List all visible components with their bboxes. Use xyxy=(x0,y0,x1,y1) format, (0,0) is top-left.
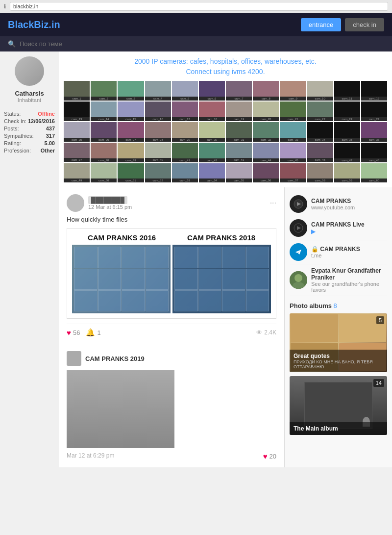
channel-sub-telegram: t.me xyxy=(311,253,387,258)
post-options-button-1[interactable]: ··· xyxy=(270,199,276,207)
album-thumb-1[interactable]: Great quotes ПРИХОДИ КО МНЕ НА БАНО, Я Т… xyxy=(290,313,387,372)
channel-avatar-youtube xyxy=(290,195,307,213)
stat-posts: Posts: 437 xyxy=(4,126,55,131)
channel-item-youtube[interactable]: CAM PRANKS www.youtube.com xyxy=(290,192,387,216)
camera-thumb-33: cam_34 xyxy=(307,122,333,142)
album-overlay-2: The Main album xyxy=(290,422,387,435)
camera-thumb-22: cam_23 xyxy=(334,102,360,121)
camera-thumb-19: cam_20 xyxy=(253,102,279,121)
camera-thumb-50: cam_51 xyxy=(118,163,144,183)
camera-thumb-5: cam_6 xyxy=(199,81,225,101)
comp-image-2018 xyxy=(172,245,271,313)
album-overlay-1: Great quotes ПРИХОДИ КО МНЕ НА БАНО, Я Т… xyxy=(290,350,387,372)
like-reaction[interactable]: ♥ 56 xyxy=(67,329,80,337)
channel-avatar-live xyxy=(290,219,307,237)
camera-thumb-12: cam_13 xyxy=(64,102,90,121)
comment-reaction[interactable]: 🔔 1 xyxy=(86,328,100,337)
search-icon: 🔍 xyxy=(8,40,16,48)
url-bar[interactable]: blackbiz.in xyxy=(10,2,388,11)
site-header: BlackBiz.in entrance check in xyxy=(0,13,392,36)
camera-thumb-16: cam_17 xyxy=(172,102,198,121)
camera-thumb-41: cam_42 xyxy=(199,143,225,162)
main-layout: Catharsis Inhabitant Status: Offline Che… xyxy=(0,51,392,467)
camera-thumb-10: cam_11 xyxy=(334,81,360,101)
camera-thumb-46: cam_47 xyxy=(334,143,360,162)
camera-thumb-36: cam_37 xyxy=(64,143,90,162)
stat-checkin: Check in: 12/06/2016 xyxy=(4,118,55,124)
entrance-button[interactable]: entrance xyxy=(301,18,342,31)
camera-thumb-30: cam_31 xyxy=(226,122,252,142)
camera-thumb-9: cam_10 xyxy=(307,81,333,101)
album-thumb-2[interactable]: The Main album 14 xyxy=(290,376,387,435)
channel-item-telegram[interactable]: 🔒 CAM PRANKS t.me xyxy=(290,240,387,264)
camera-thumb-7: cam_8 xyxy=(253,81,279,101)
post2-footer: Mar 12 at 6:29 pm ♥ 20 xyxy=(67,452,276,460)
site-logo[interactable]: BlackBiz.in xyxy=(8,19,60,30)
comparison-box: CAM PRANKS 2016 CAM PRANKS 2018 xyxy=(67,228,276,319)
album-title-2: The Main album xyxy=(294,425,383,432)
camera-thumb-54: cam_55 xyxy=(226,163,252,183)
channel-avatar-grandfather xyxy=(290,271,307,289)
comment-icon: 🔔 xyxy=(86,328,95,337)
content-area: 2000 IP cameras: cafes, hospitals, offic… xyxy=(59,51,392,467)
camera-thumb-6: cam_7 xyxy=(226,81,252,101)
search-input[interactable] xyxy=(20,40,384,48)
channel-info-telegram: 🔒 CAM PRANKS t.me xyxy=(311,246,387,258)
camera-thumb-11: cam_12 xyxy=(361,81,387,101)
channel-item-grandfather[interactable]: Evpata Knur Grandfather Praniker See our… xyxy=(290,264,387,296)
post-avatar-1 xyxy=(67,194,84,212)
channel-name-grandfather: Evpata Knur Grandfather Praniker xyxy=(311,267,387,281)
camera-thumb-4: cam_5 xyxy=(172,81,198,101)
sidebar-stats: Status: Offline Check in: 12/06/2016 Pos… xyxy=(4,111,55,153)
camera-thumb-25: cam_26 xyxy=(91,122,117,142)
post-username-2: CAM PRANKS 2019 xyxy=(85,355,145,362)
browser-bar: ℹ blackbiz.in xyxy=(0,0,392,13)
album-title-1: Great quotes xyxy=(294,353,383,359)
heart-icon: ♥ xyxy=(67,329,71,337)
channel-sub-youtube: www.youtube.com xyxy=(311,204,387,210)
camera-thumb-3: cam_4 xyxy=(145,81,171,101)
right-sidebar: CAM PRANKS www.youtube.com CAM PRANKS Li… xyxy=(284,187,392,467)
camera-thumb-44: cam_45 xyxy=(280,143,306,162)
camera-thumb-49: cam_50 xyxy=(91,163,117,183)
camera-thumb-58: cam_59 xyxy=(334,163,360,183)
camera-thumb-24: cam_25 xyxy=(64,122,90,142)
camera-thumb-45: cam_46 xyxy=(307,143,333,162)
camera-thumb-21: cam_22 xyxy=(307,102,333,121)
checkin-button[interactable]: check in xyxy=(345,18,384,31)
avatar xyxy=(15,56,44,86)
camera-thumb-43: cam_44 xyxy=(253,143,279,162)
post-reactions-1: ♥ 56 🔔 1 xyxy=(67,328,101,337)
comparison-titles: CAM PRANKS 2016 CAM PRANKS 2018 xyxy=(72,233,271,242)
albums-count: 8 xyxy=(334,302,337,309)
camera-thumb-56: cam_57 xyxy=(280,163,306,183)
camera-thumb-26: cam_27 xyxy=(118,122,144,142)
channel-name-live: CAM PRANKS Live xyxy=(311,221,387,228)
lower-section: ████████ 12 Mar at 6:15 pm ··· How quick… xyxy=(59,187,392,467)
camera-thumb-53: cam_54 xyxy=(199,163,225,183)
post2-likes[interactable]: ♥ 20 xyxy=(263,452,276,460)
camera-thumb-52: cam_53 xyxy=(172,163,198,183)
post-meta-1: ████████ 12 Mar at 6:15 pm xyxy=(88,196,132,210)
header-buttons: entrance check in xyxy=(301,18,384,31)
albums-header: Photo albums 8 xyxy=(290,302,387,309)
stat-profession: Profession: Other xyxy=(4,148,55,153)
comp-title-left: CAM PRANKS 2016 xyxy=(88,233,156,242)
comp-image-2016 xyxy=(72,245,171,313)
channel-play-live: ▶ xyxy=(311,228,387,235)
post2-time: Mar 12 at 6:29 pm xyxy=(67,452,114,460)
post-item-1: ████████ 12 Mar at 6:15 pm ··· How quick… xyxy=(59,187,284,344)
stat-sympathies: Sympathies: 317 xyxy=(4,133,55,139)
post2-image-inner xyxy=(67,370,174,448)
camera-thumb-48: cam_49 xyxy=(64,163,90,183)
channel-item-live[interactable]: CAM PRANKS Live ▶ xyxy=(290,216,387,240)
posts-feed: ████████ 12 Mar at 6:15 pm ··· How quick… xyxy=(59,187,284,467)
search-bar-container: 🔍 xyxy=(0,36,392,51)
comment-count: 1 xyxy=(97,329,100,336)
camera-thumb-32: cam_33 xyxy=(280,122,306,142)
sidebar-username: Catharsis xyxy=(4,90,55,97)
post-avatar-2 xyxy=(67,351,81,366)
post2-like-count: 20 xyxy=(270,453,276,460)
camera-thumb-23: cam_24 xyxy=(361,102,387,121)
camera-thumb-28: cam_29 xyxy=(172,122,198,142)
